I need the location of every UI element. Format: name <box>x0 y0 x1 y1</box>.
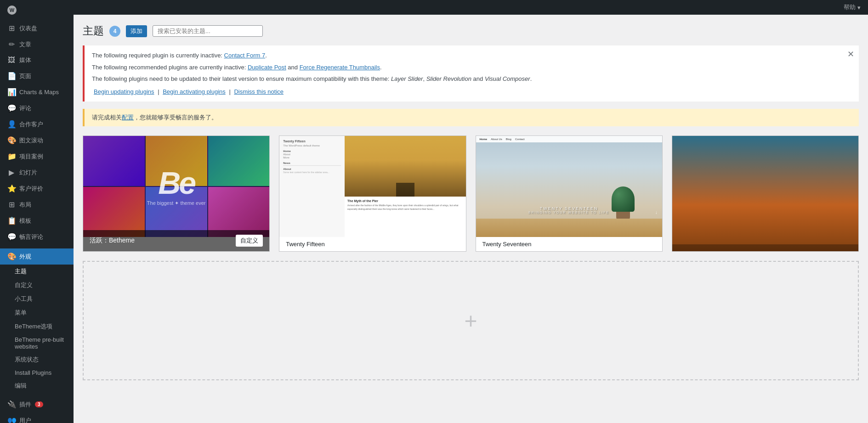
active-theme-label: 活跃：Betheme <box>90 237 135 245</box>
wp-logo-icon: W <box>7 6 17 15</box>
media-icon: 🖼 <box>7 56 16 64</box>
sidebar-item-reviews[interactable]: ⭐ 客户评价 <box>0 180 74 197</box>
config-notice: 请完成相关配置，您就能够享受畅言的服务了。 <box>83 109 859 126</box>
theme-card-twenty-seventeen[interactable]: Home About Us Blog Contact ↓ TWENTY SEVE… <box>476 135 663 252</box>
sub-themes[interactable]: 主题 <box>0 265 74 278</box>
twenty-fifteen-name: Twenty Fifteen <box>279 237 465 251</box>
sub-widgets[interactable]: 小工具 <box>0 292 74 306</box>
sidebar-item-posts[interactable]: ✏ 文章 <box>0 36 74 52</box>
betheme-thumbnail: Be The biggest ✦ theme ever <box>83 136 269 237</box>
posts-icon: ✏ <box>7 40 16 49</box>
sub-customize[interactable]: 自定义 <box>0 278 74 292</box>
users-icon: 👥 <box>7 416 16 423</box>
config-prefix: 请完成相关 <box>92 114 122 121</box>
twenty-fifteen-thumbnail: Twenty Fifteen The WordPress default the… <box>279 136 465 237</box>
themes-grid: Be The biggest ✦ theme ever 活跃：Betheme 自… <box>83 135 859 252</box>
notice-line1: The following required plugin is current… <box>92 51 851 60</box>
comments2-icon: 💬 <box>7 232 16 241</box>
sidebar-item-label: 文章 <box>19 40 31 49</box>
help-dropdown-icon[interactable]: ▾ <box>857 4 861 11</box>
wp-logo-area: W <box>0 0 74 20</box>
sidebar-item-comments[interactable]: 💬 评论 <box>0 100 74 116</box>
sidebar-item-label: 项目案例 <box>19 152 43 161</box>
sidebar-item-dashboard[interactable]: ⊞ 仪表盘 <box>0 20 74 36</box>
sidebar-item-label: 用户 <box>19 417 31 423</box>
tsix-hero <box>673 155 858 178</box>
sidebar-item-slideshow[interactable]: 🎨 图文滚动 <box>0 132 74 148</box>
theme-card-twenty-sixteen[interactable]: Twenty Sixteen Home Style Guide ▾ About … <box>672 135 859 252</box>
appearance-icon: 🎨 <box>7 252 16 261</box>
config-suffix: ，您就能够享受畅言的服务了。 <box>134 114 217 121</box>
tf-sidebar: Twenty Fifteen The WordPress default the… <box>279 136 345 237</box>
contact-form-link[interactable]: Contact Form 7 <box>224 52 266 59</box>
page-title: 主题 <box>83 24 104 38</box>
plugin-notice: ✕ The following required plugin is curre… <box>83 45 859 102</box>
slideshow2-icon: ▶ <box>7 168 16 177</box>
sidebar-item-plugins[interactable]: 🔌 插件 3 <box>0 396 74 412</box>
sidebar-item-label: 页面 <box>19 72 31 80</box>
sidebar-item-users[interactable]: 👥 用户 <box>0 412 74 423</box>
tf-content: The Myth of the Pier Arrived after the f… <box>345 197 465 214</box>
topbar: 帮助 ▾ <box>74 0 868 15</box>
dismiss-notice-link[interactable]: Dismiss this notice <box>234 88 284 95</box>
main-content: 帮助 ▾ 主题 4 添加 ✕ The following required pl… <box>74 0 868 423</box>
tf-hero-image <box>345 136 465 197</box>
twenty-sixteen-thumbnail: Twenty Sixteen Home Style Guide ▾ About … <box>672 136 858 237</box>
sidebar-item-partners[interactable]: 👤 合作客户 <box>0 116 74 132</box>
add-theme-plus-icon: + <box>464 308 477 333</box>
notice-line3: The following plugins need to be updated… <box>92 74 851 84</box>
twenty-seventeen-thumbnail: Home About Us Blog Contact ↓ TWENTY SEVE… <box>476 136 662 237</box>
sidebar-item-pages[interactable]: 📄 页面 <box>0 68 74 84</box>
add-new-theme-card[interactable]: + <box>83 261 859 380</box>
sidebar-item-appearance[interactable]: 🎨 外观 <box>0 248 74 265</box>
sidebar-item-projects[interactable]: 📁 项目案例 <box>0 148 74 164</box>
ts-text: TWENTY SEVENTEEN Bringing your website t… <box>528 206 609 214</box>
theme-card-twenty-fifteen[interactable]: Twenty Fifteen The WordPress default the… <box>279 135 466 252</box>
pages-icon: 📄 <box>7 72 16 80</box>
duplicate-post-link[interactable]: Duplicate Post <box>248 64 286 71</box>
begin-updating-link[interactable]: Begin updating plugins <box>94 88 154 95</box>
sidebar-item-label: 外观 <box>19 253 31 261</box>
templates-icon: 📋 <box>7 216 16 225</box>
theme-card-betheme[interactable]: Be The biggest ✦ theme ever 活跃：Betheme 自… <box>83 135 270 252</box>
theme-count-badge: 4 <box>109 26 120 37</box>
slideshow-icon: 🎨 <box>7 136 16 145</box>
sidebar-item-label: 评论 <box>19 104 31 113</box>
twenty-seventeen-name: Twenty Seventeen <box>476 237 662 251</box>
begin-activating-link[interactable]: Begin activating plugins <box>163 88 226 95</box>
sidebar: W ⊞ 仪表盘 ✏ 文章 🖼 媒体 📄 页面 📊 Charts & Maps 💬… <box>0 0 74 423</box>
sidebar-item-label: 模板 <box>19 217 31 225</box>
customize-button[interactable]: 自定义 <box>236 235 263 247</box>
reviews-icon: ⭐ <box>7 184 16 193</box>
help-label: 帮助 <box>844 3 856 11</box>
sidebar-item-label: 插件 <box>19 400 31 409</box>
sub-editor[interactable]: 编辑 <box>0 379 74 393</box>
appearance-submenu: 主题 自定义 小工具 菜单 BeTheme选项 BeTheme pre-buil… <box>0 265 74 393</box>
sidebar-item-layout[interactable]: ⊞ 布局 <box>0 197 74 213</box>
sidebar-item-slideshow2[interactable]: ▶ 幻灯片 <box>0 164 74 180</box>
tf-main: The Myth of the Pier Arrived after the f… <box>345 136 465 237</box>
sub-menus[interactable]: 菜单 <box>0 306 74 320</box>
notice-close-button[interactable]: ✕ <box>847 49 854 59</box>
sub-system-status[interactable]: 系统状态 <box>0 353 74 367</box>
sidebar-item-comments2[interactable]: 💬 畅言评论 <box>0 229 74 245</box>
sub-betheme-prebuilt[interactable]: BeTheme pre-built websites <box>0 333 74 353</box>
search-themes-input[interactable] <box>153 25 263 37</box>
betheme-overlay: 活跃：Betheme 自定义 <box>83 230 269 251</box>
sidebar-item-media[interactable]: 🖼 媒体 <box>0 52 74 68</box>
content-area: 主题 4 添加 ✕ The following required plugin … <box>74 15 868 423</box>
sidebar-item-label: 合作客户 <box>19 120 43 129</box>
sub-install-plugins[interactable]: Install Plugins <box>0 367 74 379</box>
config-link[interactable]: 配置 <box>122 114 134 121</box>
sidebar-item-label: 畅言评论 <box>19 233 43 241</box>
sidebar-item-label: 图文滚动 <box>19 136 43 145</box>
sidebar-item-charts-maps[interactable]: 📊 Charts & Maps <box>0 84 74 100</box>
notice-links: Begin updating plugins | Begin activatin… <box>92 87 851 96</box>
force-regenerate-link[interactable]: Force Regenerate Thumbnails <box>300 64 380 71</box>
sidebar-item-templates[interactable]: 📋 模板 <box>0 213 74 229</box>
charts-icon: 📊 <box>7 88 16 96</box>
add-theme-button[interactable]: 添加 <box>126 25 147 37</box>
sub-betheme-options[interactable]: BeTheme选项 <box>0 320 74 333</box>
notice-line2: The following recommended plugins are cu… <box>92 63 851 72</box>
projects-icon: 📁 <box>7 152 16 161</box>
